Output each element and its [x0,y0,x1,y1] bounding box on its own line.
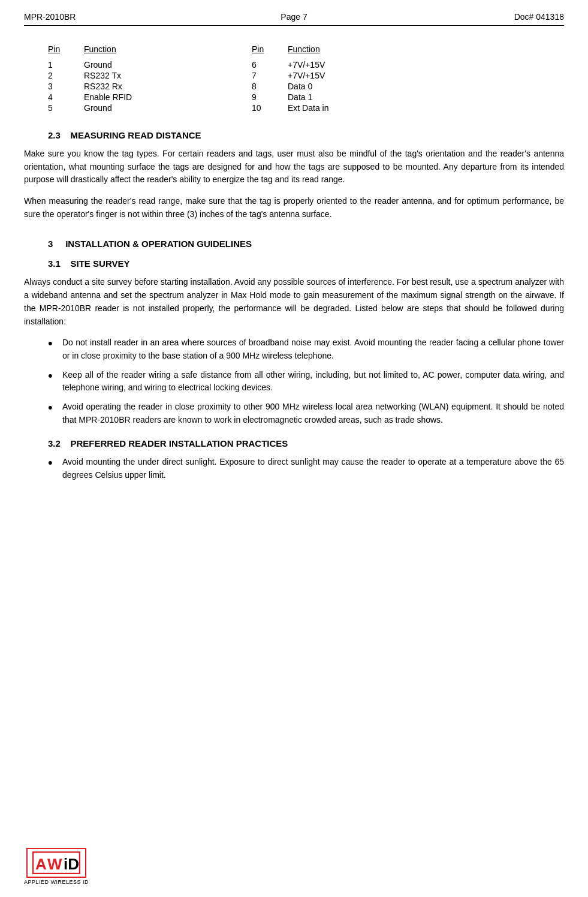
pin-col1-header-fn: Function [84,44,174,54]
svg-text:A: A [35,855,47,873]
section-31-heading: 3.1 SITE SURVEY [24,258,564,269]
header-center: Page 7 [204,12,384,22]
pin-num-4: 4 [48,92,84,102]
awid-logo-svg: A W iD [32,851,80,874]
pin-row-5: 5 Ground [48,103,216,113]
section-31-bullets: • Do not install reader in an area where… [24,336,564,426]
pin-col2-header-pin: Pin [252,44,288,54]
pin-fn-8: Data 0 [288,82,378,91]
pin-fn-7: +7V/+15V [288,71,378,80]
pin-row-4: 4 Enable RFID [48,92,216,103]
section-32-title: PREFERRED READER INSTALLATION PRACTICES [71,438,288,448]
pin-num-5: 5 [48,103,84,113]
section-23-para1: Make sure you know the tag types. For ce… [24,148,564,186]
bullet-item-2: • Keep all of the reader wiring a safe d… [48,369,564,395]
section-31-number: 3.1 [48,258,61,269]
pin-fn-2: RS232 Tx [84,71,174,80]
page-footer: A W iD APPLIED WIRELESS ID [24,848,89,885]
pin-row-9: 9 Data 1 [252,92,384,103]
awid-logo-box: A W iD [26,848,86,878]
bullet-text-1: Do not install reader in an area where s… [62,336,564,362]
pin-fn-1: Ground [84,60,174,70]
header-right: Doc# 041318 [384,12,564,22]
section-23-heading: 2.3 MEASURING READ DISTANCE [24,130,564,140]
section-32-bullets: • Avoid mounting the under direct sunlig… [24,456,564,481]
pin-row-7: 7 +7V/+15V [252,70,384,81]
bullet-item-3: • Avoid operating the reader in close pr… [48,401,564,426]
pin-fn-3: RS232 Rx [84,82,174,91]
section-23-title: MEASURING READ DISTANCE [71,130,201,140]
pin-num-10: 10 [252,103,288,113]
section-3-title: INSTALLATION & OPERATION GUIDELINES [65,239,252,249]
pin-num-1: 1 [48,60,84,70]
bullet-text-3: Avoid operating the reader in close prox… [62,401,564,426]
pin-table: Pin Function 1 Ground 2 RS232 Tx 3 RS232… [24,44,564,113]
pin-row-1: 1 Ground [48,59,216,70]
pin-header-row-1: Pin Function [48,44,216,55]
pin-row-3: 3 RS232 Rx [48,81,216,92]
svg-text:iD: iD [64,855,79,873]
pin-row-10: 10 Ext Data in [252,103,384,113]
bullet-dot-3: • [48,401,60,415]
bullet-dot-1: • [48,336,60,351]
pin-num-2: 2 [48,71,84,80]
pin-row-8: 8 Data 0 [252,81,384,92]
section-3-heading: 3 INSTALLATION & OPERATION GUIDELINES [24,239,564,249]
pin-col2-header-fn: Function [288,44,378,54]
section-32-heading: 3.2 PREFERRED READER INSTALLATION PRACTI… [24,438,564,448]
pin-fn-6: +7V/+15V [288,60,378,70]
pin-fn-5: Ground [84,103,174,113]
section-31-title: SITE SURVEY [71,258,130,269]
header-left: MPR-2010BR [24,12,204,22]
bullet-text-2: Keep all of the reader wiring a safe dis… [62,369,564,395]
pin-fn-10: Ext Data in [288,103,378,113]
bullet-text-32-1: Avoid mounting the under direct sunlight… [62,456,564,481]
pin-row-6: 6 +7V/+15V [252,59,384,70]
bullet-item-1: • Do not install reader in an area where… [48,336,564,362]
pin-num-9: 9 [252,92,288,102]
pin-num-8: 8 [252,82,288,91]
bullet-dot-2: • [48,369,60,383]
pin-header-row-2: Pin Function [252,44,384,55]
page-header: MPR-2010BR Page 7 Doc# 041318 [24,12,564,26]
pin-col1-header-pin: Pin [48,44,84,54]
section-3-number: 3 [48,239,53,249]
bullet-dot-32-1: • [48,456,60,470]
pin-fn-9: Data 1 [288,92,378,102]
page-container: MPR-2010BR Page 7 Doc# 041318 Pin Functi… [0,0,588,897]
section-23-number: 2.3 [48,130,61,140]
pin-row-2: 2 RS232 Tx [48,70,216,81]
awid-logo: A W iD APPLIED WIRELESS ID [24,848,89,885]
section-23-para2: When measuring the reader's read range, … [24,195,564,221]
section-31-para1: Always conduct a site survey before star… [24,276,564,328]
pin-num-3: 3 [48,82,84,91]
svg-text:W: W [47,855,62,873]
pin-col-1: Pin Function 1 Ground 2 RS232 Tx 3 RS232… [48,44,216,113]
pin-num-6: 6 [252,60,288,70]
pin-num-7: 7 [252,71,288,80]
awid-tagline: APPLIED WIRELESS ID [24,879,89,885]
pin-col-2: Pin Function 6 +7V/+15V 7 +7V/+15V 8 Dat… [216,44,384,113]
section-32-number: 3.2 [48,438,61,448]
pin-fn-4: Enable RFID [84,92,174,102]
bullet-item-32-1: • Avoid mounting the under direct sunlig… [48,456,564,481]
